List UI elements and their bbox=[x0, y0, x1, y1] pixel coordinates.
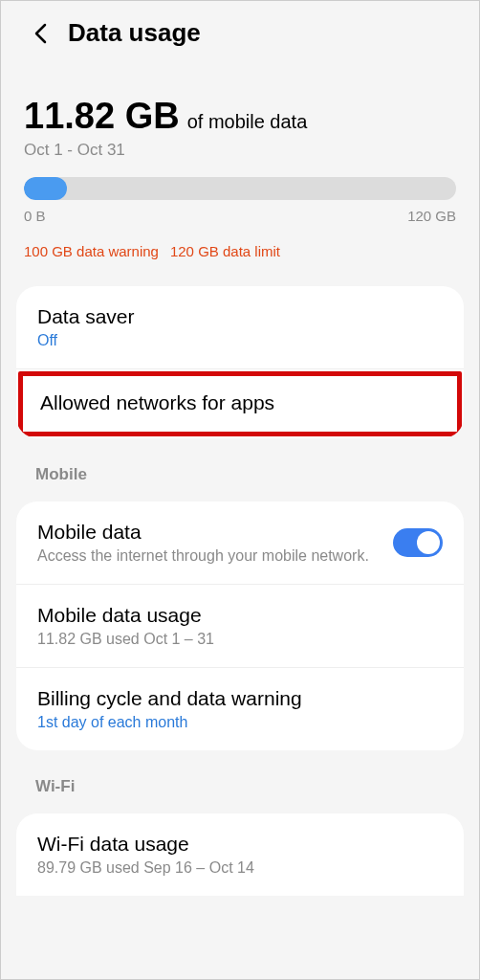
toggle-knob bbox=[417, 531, 440, 554]
billing-cycle-title: Billing cycle and data warning bbox=[37, 687, 443, 710]
billing-cycle-item[interactable]: Billing cycle and data warning 1st day o… bbox=[16, 668, 464, 750]
mobile-data-sub: Access the internet through your mobile … bbox=[37, 547, 382, 565]
section-label-wifi: Wi-Fi bbox=[1, 750, 479, 796]
allowed-networks-title: Allowed networks for apps bbox=[40, 391, 440, 414]
mobile-usage-sub: 11.82 GB used Oct 1 – 31 bbox=[37, 631, 443, 648]
usage-label: of mobile data bbox=[187, 111, 308, 133]
usage-amount: 11.82 GB bbox=[24, 96, 180, 137]
mobile-usage-title: Mobile data usage bbox=[37, 604, 443, 627]
header: Data usage bbox=[1, 1, 479, 65]
warning-line: 100 GB data warning 120 GB data limit bbox=[24, 243, 456, 259]
data-limit-text: 120 GB data limit bbox=[170, 243, 280, 259]
bar-max-label: 120 GB bbox=[407, 208, 456, 224]
usage-period: Oct 1 - Oct 31 bbox=[24, 141, 456, 160]
back-icon[interactable] bbox=[32, 25, 49, 42]
card-general: Data saver Off Allowed networks for apps bbox=[16, 286, 464, 438]
allowed-networks-item[interactable]: Allowed networks for apps bbox=[40, 391, 440, 414]
mobile-data-item[interactable]: Mobile data Access the internet through … bbox=[16, 501, 464, 585]
billing-cycle-sub: 1st day of each month bbox=[37, 714, 443, 731]
wifi-usage-item[interactable]: Wi-Fi data usage 89.79 GB used Sep 16 – … bbox=[16, 813, 464, 896]
mobile-usage-item[interactable]: Mobile data usage 11.82 GB used Oct 1 – … bbox=[16, 585, 464, 668]
data-saver-status: Off bbox=[37, 332, 443, 349]
usage-progress-bar[interactable] bbox=[24, 177, 456, 200]
card-mobile: Mobile data Access the internet through … bbox=[16, 501, 464, 750]
usage-overview: 11.82 GB of mobile data Oct 1 - Oct 31 0… bbox=[1, 65, 479, 269]
usage-progress-fill bbox=[24, 177, 67, 200]
page-title: Data usage bbox=[68, 18, 201, 48]
bar-labels: 0 B 120 GB bbox=[24, 208, 456, 224]
wifi-usage-title: Wi-Fi data usage bbox=[37, 833, 443, 856]
data-saver-title: Data saver bbox=[37, 305, 443, 328]
data-warning-text: 100 GB data warning bbox=[24, 243, 159, 259]
data-saver-item[interactable]: Data saver Off bbox=[16, 286, 464, 369]
wifi-usage-sub: 89.79 GB used Sep 16 – Oct 14 bbox=[37, 859, 443, 877]
usage-amount-row: 11.82 GB of mobile data bbox=[24, 96, 456, 137]
section-label-mobile: Mobile bbox=[1, 438, 479, 484]
bar-min-label: 0 B bbox=[24, 208, 46, 224]
mobile-data-toggle[interactable] bbox=[393, 528, 443, 557]
allowed-networks-highlight: Allowed networks for apps bbox=[18, 371, 462, 436]
card-wifi: Wi-Fi data usage 89.79 GB used Sep 16 – … bbox=[16, 813, 464, 896]
mobile-data-title: Mobile data bbox=[37, 521, 382, 544]
